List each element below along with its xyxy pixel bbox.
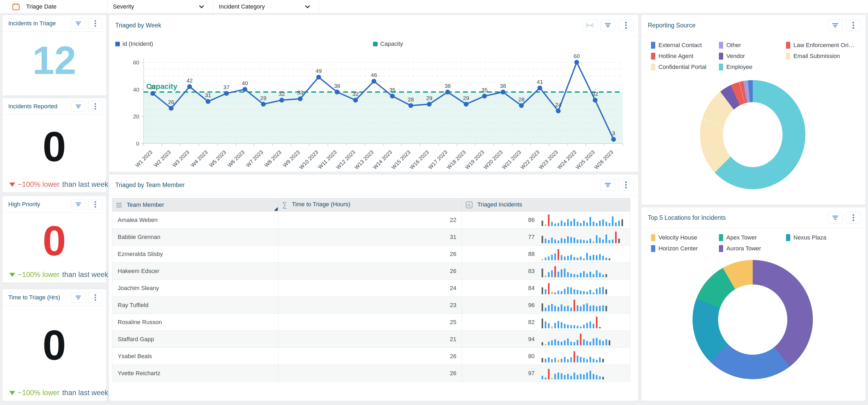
menu-button[interactable] [88, 292, 102, 303]
table-row[interactable]: Ezmeralda Slisby 26 88 [112, 246, 630, 263]
legend-item-aurora-tower[interactable]: Aurora Tower [719, 245, 786, 252]
svg-text:31: 31 [205, 92, 211, 98]
table-row[interactable]: Staffard Gapp 21 94 [112, 331, 630, 348]
data-point[interactable] [537, 86, 542, 91]
data-point[interactable] [408, 103, 413, 108]
cell-time-to-triage: 21 [279, 331, 462, 348]
data-point[interactable] [390, 94, 395, 98]
legend-label: id (Incident) [122, 40, 153, 47]
legend-item-email-submission[interactable]: Email Submission [786, 53, 866, 60]
severity-dropdown[interactable]: Severity [107, 0, 213, 13]
legend-item-velocity-house[interactable]: Velocity House [651, 234, 719, 241]
filter-button[interactable] [71, 18, 86, 29]
column-header-time-to-triage[interactable]: ∑ Time to Triage (Hours) [279, 198, 462, 211]
legend-item-other[interactable]: Other [719, 42, 786, 49]
spark-bar [551, 222, 553, 226]
filter-button[interactable] [71, 292, 86, 303]
spark-bar [599, 376, 601, 379]
fit-width-button[interactable] [582, 20, 597, 31]
data-point[interactable] [224, 91, 229, 96]
menu-button[interactable] [846, 20, 861, 31]
table-row[interactable]: Yvette Reichartz 26 97 [112, 365, 630, 382]
menu-button[interactable] [88, 18, 102, 29]
data-point[interactable] [611, 137, 616, 142]
reporting-source-donut[interactable] [700, 80, 805, 189]
table-row[interactable]: Babbie Grennan 31 77 [112, 229, 630, 246]
sparkline-chart [541, 265, 625, 277]
menu-button[interactable] [88, 199, 102, 210]
table-row[interactable]: Ray Tuffield 23 96 [112, 297, 630, 314]
data-point[interactable] [169, 106, 174, 111]
data-point[interactable] [261, 102, 266, 107]
data-point[interactable] [187, 85, 192, 89]
filter-button[interactable] [828, 20, 843, 31]
table-row[interactable]: Ysabel Beals 26 80 [112, 348, 630, 365]
legend-item-id-incident[interactable]: id (Incident) [115, 40, 153, 47]
data-point[interactable] [445, 90, 450, 95]
table-row[interactable]: Amalea Weben 22 86 [112, 211, 630, 229]
legend-label: Other [726, 42, 741, 49]
incident-category-dropdown[interactable]: Incident Category [213, 0, 319, 13]
data-point[interactable] [482, 94, 487, 98]
menu-button[interactable] [88, 101, 102, 112]
calendar-icon [12, 2, 20, 11]
legend-item-external-contact[interactable]: External Contact [651, 42, 719, 49]
triage-date-filter[interactable]: Triage Date [0, 0, 107, 13]
data-point[interactable] [279, 98, 284, 102]
legend-item-employee[interactable]: Employee [719, 64, 786, 70]
cell-time-to-triage: 24 [279, 280, 462, 297]
spark-bar [551, 340, 553, 345]
spark-bar [558, 249, 559, 260]
spark-bar [570, 255, 572, 260]
data-point[interactable] [243, 87, 247, 92]
locations-donut[interactable] [692, 260, 813, 379]
legend-item-horizon-center[interactable]: Horizon Center [651, 245, 719, 252]
filter-button[interactable] [600, 179, 615, 191]
svg-text:37: 37 [223, 84, 229, 90]
menu-button[interactable] [846, 212, 861, 224]
filter-button[interactable] [71, 199, 86, 210]
legend-item-hotline-agent[interactable]: Hotline Agent [651, 53, 719, 60]
svg-text:W3 2023: W3 2023 [171, 149, 190, 168]
cell-team-member: Ray Tuffield [112, 297, 279, 314]
data-point[interactable] [556, 108, 561, 113]
data-point[interactable] [464, 102, 469, 107]
legend-item-nexus-plaza[interactable]: Nexus Plaza [786, 234, 866, 241]
legend-item-law-enforcement-ori-[interactable]: Law Enforcement Ori… [786, 42, 866, 49]
data-point[interactable] [298, 96, 303, 101]
spark-bar [541, 358, 543, 362]
spark-bar [545, 308, 546, 311]
legend-item-apex-tower[interactable]: Apex Tower [719, 234, 786, 241]
incident-count: 86 [528, 216, 535, 224]
data-point[interactable] [353, 98, 358, 102]
data-point[interactable] [593, 98, 597, 102]
data-point[interactable] [574, 60, 579, 65]
legend-item-capacity[interactable]: Capacity [373, 40, 403, 47]
legend-item-vendor[interactable]: Vendor [719, 53, 786, 60]
table-row[interactable]: Joachim Sleany 24 84 [112, 280, 630, 297]
data-point[interactable] [150, 91, 155, 96]
incident-count: 97 [528, 370, 535, 377]
column-header-triaged-incidents[interactable]: Triaged Incidents [462, 198, 630, 211]
data-point[interactable] [316, 75, 321, 79]
table-row[interactable]: Rosaline Russon 25 82 [112, 314, 630, 331]
table-row[interactable]: Hakeem Edscer 26 83 [112, 263, 630, 280]
menu-button[interactable] [619, 179, 633, 191]
legend-item-confidential-portal[interactable]: Confidential Portal [651, 64, 719, 70]
data-point[interactable] [501, 90, 505, 95]
down-arrow-icon [9, 182, 15, 187]
spark-bar [541, 288, 543, 294]
sparkline-chart [541, 282, 625, 294]
menu-button[interactable] [619, 20, 633, 31]
data-point[interactable] [427, 102, 432, 107]
data-point[interactable] [206, 99, 210, 104]
svg-text:24: 24 [555, 102, 561, 108]
data-point[interactable] [371, 79, 376, 83]
data-point[interactable] [519, 103, 524, 108]
data-point[interactable] [335, 90, 339, 95]
column-header-team-member[interactable]: Team Member [112, 198, 279, 211]
spark-bar [602, 305, 604, 311]
filter-button[interactable] [828, 212, 843, 224]
filter-button[interactable] [71, 101, 86, 112]
filter-button[interactable] [600, 20, 615, 31]
